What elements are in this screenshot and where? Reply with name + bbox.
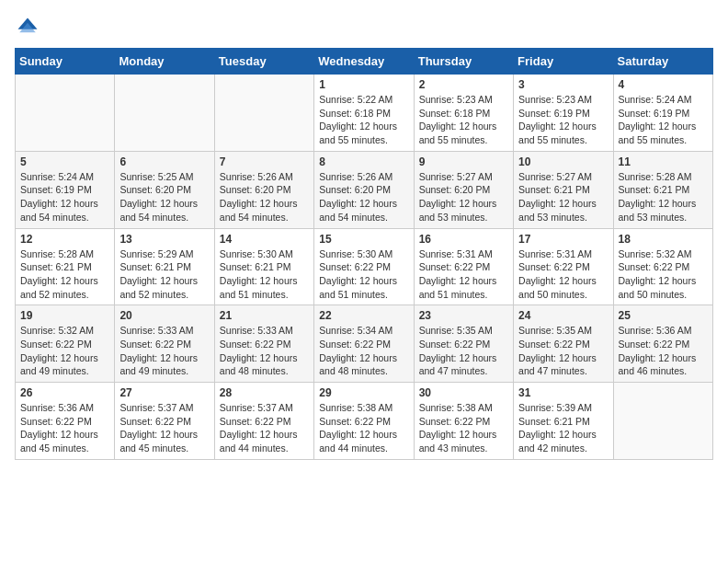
- weekday-header: Tuesday: [214, 49, 313, 75]
- calendar-cell: 8Sunrise: 5:26 AM Sunset: 6:20 PM Daylig…: [314, 151, 414, 228]
- day-number: 29: [319, 386, 408, 399]
- calendar-cell: 10Sunrise: 5:27 AM Sunset: 6:21 PM Dayli…: [514, 151, 613, 228]
- calendar-cell: 15Sunrise: 5:30 AM Sunset: 6:22 PM Dayli…: [314, 228, 414, 305]
- day-number: 10: [518, 155, 608, 168]
- weekday-header: Friday: [514, 49, 613, 75]
- calendar-cell: 12Sunrise: 5:28 AM Sunset: 6:21 PM Dayli…: [16, 228, 115, 305]
- day-number: 11: [619, 155, 708, 168]
- day-number: 18: [619, 233, 708, 246]
- logo-icon: [15, 15, 40, 40]
- day-info: Sunrise: 5:32 AM Sunset: 6:22 PM Dayligh…: [619, 247, 708, 302]
- calendar-cell: 17Sunrise: 5:31 AM Sunset: 6:22 PM Dayli…: [514, 228, 613, 305]
- day-info: Sunrise: 5:23 AM Sunset: 6:19 PM Dayligh…: [518, 93, 608, 147]
- calendar-week-row: 26Sunrise: 5:36 AM Sunset: 6:22 PM Dayli…: [16, 383, 713, 460]
- day-info: Sunrise: 5:37 AM Sunset: 6:22 PM Dayligh…: [119, 401, 209, 455]
- calendar-cell: 20Sunrise: 5:33 AM Sunset: 6:22 PM Dayli…: [115, 305, 214, 383]
- calendar-cell: 11Sunrise: 5:28 AM Sunset: 6:21 PM Dayli…: [613, 151, 712, 228]
- calendar-cell: 5Sunrise: 5:24 AM Sunset: 6:19 PM Daylig…: [16, 151, 115, 228]
- weekday-header: Saturday: [613, 49, 712, 75]
- calendar-cell: 22Sunrise: 5:34 AM Sunset: 6:22 PM Dayli…: [314, 305, 414, 383]
- day-info: Sunrise: 5:24 AM Sunset: 6:19 PM Dayligh…: [619, 93, 708, 147]
- day-info: Sunrise: 5:29 AM Sunset: 6:21 PM Dayligh…: [119, 247, 209, 302]
- calendar-cell: 26Sunrise: 5:36 AM Sunset: 6:22 PM Dayli…: [16, 383, 115, 460]
- weekday-header: Thursday: [414, 49, 513, 75]
- day-info: Sunrise: 5:30 AM Sunset: 6:22 PM Dayligh…: [319, 247, 408, 302]
- day-number: 16: [419, 233, 508, 246]
- calendar-cell: 6Sunrise: 5:25 AM Sunset: 6:20 PM Daylig…: [115, 151, 214, 228]
- logo: [15, 15, 44, 40]
- day-number: 12: [20, 233, 109, 246]
- calendar-week-row: 1Sunrise: 5:22 AM Sunset: 6:18 PM Daylig…: [16, 75, 713, 152]
- day-number: 31: [518, 386, 608, 399]
- day-info: Sunrise: 5:34 AM Sunset: 6:22 PM Dayligh…: [319, 324, 408, 378]
- calendar-cell: 9Sunrise: 5:27 AM Sunset: 6:20 PM Daylig…: [414, 151, 513, 228]
- calendar-cell: 18Sunrise: 5:32 AM Sunset: 6:22 PM Dayli…: [613, 228, 712, 305]
- day-info: Sunrise: 5:27 AM Sunset: 6:20 PM Dayligh…: [419, 170, 508, 224]
- calendar-cell: 31Sunrise: 5:39 AM Sunset: 6:21 PM Dayli…: [514, 383, 613, 460]
- calendar-cell: 2Sunrise: 5:23 AM Sunset: 6:18 PM Daylig…: [414, 75, 513, 152]
- day-number: 22: [319, 309, 408, 322]
- day-info: Sunrise: 5:32 AM Sunset: 6:22 PM Dayligh…: [20, 324, 109, 378]
- calendar-cell: 7Sunrise: 5:26 AM Sunset: 6:20 PM Daylig…: [214, 151, 313, 228]
- calendar-cell: 16Sunrise: 5:31 AM Sunset: 6:22 PM Dayli…: [414, 228, 513, 305]
- calendar-cell: 14Sunrise: 5:30 AM Sunset: 6:21 PM Dayli…: [214, 228, 313, 305]
- day-info: Sunrise: 5:27 AM Sunset: 6:21 PM Dayligh…: [518, 170, 608, 224]
- day-number: 9: [419, 155, 508, 168]
- weekday-header: Monday: [115, 49, 214, 75]
- calendar-body: 1Sunrise: 5:22 AM Sunset: 6:18 PM Daylig…: [16, 75, 713, 460]
- calendar-cell: [16, 75, 115, 152]
- day-info: Sunrise: 5:38 AM Sunset: 6:22 PM Dayligh…: [419, 401, 508, 455]
- calendar-cell: 25Sunrise: 5:36 AM Sunset: 6:22 PM Dayli…: [613, 305, 712, 383]
- day-info: Sunrise: 5:38 AM Sunset: 6:22 PM Dayligh…: [319, 401, 408, 455]
- day-number: 17: [518, 233, 608, 246]
- calendar-cell: 23Sunrise: 5:35 AM Sunset: 6:22 PM Dayli…: [414, 305, 513, 383]
- calendar-cell: 28Sunrise: 5:37 AM Sunset: 6:22 PM Dayli…: [214, 383, 313, 460]
- calendar-cell: [115, 75, 214, 152]
- day-info: Sunrise: 5:28 AM Sunset: 6:21 PM Dayligh…: [619, 170, 708, 224]
- day-number: 30: [419, 386, 508, 399]
- day-info: Sunrise: 5:39 AM Sunset: 6:21 PM Dayligh…: [518, 401, 608, 455]
- calendar-cell: 1Sunrise: 5:22 AM Sunset: 6:18 PM Daylig…: [314, 75, 414, 152]
- calendar-cell: 4Sunrise: 5:24 AM Sunset: 6:19 PM Daylig…: [613, 75, 712, 152]
- day-number: 4: [619, 78, 708, 91]
- day-info: Sunrise: 5:33 AM Sunset: 6:22 PM Dayligh…: [220, 324, 309, 378]
- calendar-header: SundayMondayTuesdayWednesdayThursdayFrid…: [16, 49, 713, 75]
- day-info: Sunrise: 5:31 AM Sunset: 6:22 PM Dayligh…: [419, 247, 508, 302]
- weekday-header: Wednesday: [314, 49, 414, 75]
- day-number: 19: [20, 309, 109, 322]
- day-number: 21: [220, 309, 309, 322]
- day-number: 20: [119, 309, 209, 322]
- day-number: 27: [119, 386, 209, 399]
- day-info: Sunrise: 5:33 AM Sunset: 6:22 PM Dayligh…: [119, 324, 209, 378]
- page-header: [15, 15, 713, 40]
- day-info: Sunrise: 5:35 AM Sunset: 6:22 PM Dayligh…: [419, 324, 508, 378]
- day-number: 13: [119, 233, 209, 246]
- day-info: Sunrise: 5:22 AM Sunset: 6:18 PM Dayligh…: [319, 93, 408, 147]
- weekday-row: SundayMondayTuesdayWednesdayThursdayFrid…: [16, 49, 713, 75]
- day-info: Sunrise: 5:23 AM Sunset: 6:18 PM Dayligh…: [419, 93, 508, 147]
- calendar-cell: [214, 75, 313, 152]
- day-info: Sunrise: 5:30 AM Sunset: 6:21 PM Dayligh…: [220, 247, 309, 302]
- calendar-cell: 21Sunrise: 5:33 AM Sunset: 6:22 PM Dayli…: [214, 305, 313, 383]
- day-info: Sunrise: 5:26 AM Sunset: 6:20 PM Dayligh…: [220, 170, 309, 224]
- day-number: 15: [319, 233, 408, 246]
- calendar-cell: [613, 383, 712, 460]
- day-info: Sunrise: 5:26 AM Sunset: 6:20 PM Dayligh…: [319, 170, 408, 224]
- calendar-week-row: 19Sunrise: 5:32 AM Sunset: 6:22 PM Dayli…: [16, 305, 713, 383]
- day-number: 28: [220, 386, 309, 399]
- calendar-cell: 19Sunrise: 5:32 AM Sunset: 6:22 PM Dayli…: [16, 305, 115, 383]
- day-info: Sunrise: 5:24 AM Sunset: 6:19 PM Dayligh…: [20, 170, 109, 224]
- calendar-cell: 27Sunrise: 5:37 AM Sunset: 6:22 PM Dayli…: [115, 383, 214, 460]
- day-number: 7: [220, 155, 309, 168]
- day-info: Sunrise: 5:35 AM Sunset: 6:22 PM Dayligh…: [518, 324, 608, 378]
- day-number: 1: [319, 78, 408, 91]
- calendar-cell: 24Sunrise: 5:35 AM Sunset: 6:22 PM Dayli…: [514, 305, 613, 383]
- calendar-week-row: 12Sunrise: 5:28 AM Sunset: 6:21 PM Dayli…: [16, 228, 713, 305]
- calendar-cell: 30Sunrise: 5:38 AM Sunset: 6:22 PM Dayli…: [414, 383, 513, 460]
- day-number: 5: [20, 155, 109, 168]
- calendar-cell: 29Sunrise: 5:38 AM Sunset: 6:22 PM Dayli…: [314, 383, 414, 460]
- weekday-header: Sunday: [16, 49, 115, 75]
- day-number: 3: [518, 78, 608, 91]
- calendar-cell: 13Sunrise: 5:29 AM Sunset: 6:21 PM Dayli…: [115, 228, 214, 305]
- day-info: Sunrise: 5:36 AM Sunset: 6:22 PM Dayligh…: [619, 324, 708, 378]
